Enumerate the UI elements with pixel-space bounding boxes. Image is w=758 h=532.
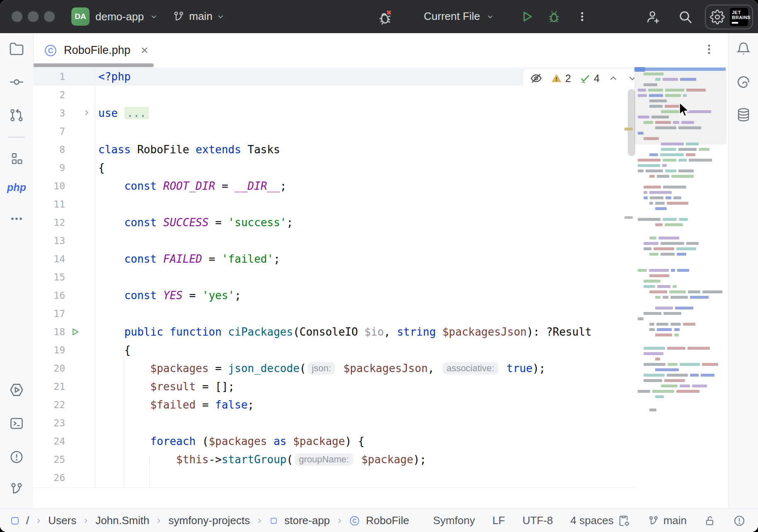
code-line[interactable]: 18 public function ciPackages(ConsoleIO …	[33, 323, 728, 341]
breadcrumb-item[interactable]: store-app	[284, 514, 330, 527]
minimap[interactable]	[634, 68, 728, 508]
run-button[interactable]	[519, 9, 534, 24]
code-line[interactable]: 17	[33, 305, 728, 323]
lock-open-icon[interactable]	[704, 515, 716, 527]
gutter-separator	[95, 68, 95, 487]
project-avatar: DA	[71, 7, 90, 26]
code-line[interactable]: 7	[33, 122, 728, 140]
code-line[interactable]: 11	[33, 195, 728, 213]
warnings-group[interactable]: 2	[551, 73, 571, 85]
code-line[interactable]: 12 const SUCCESS = 'success';	[33, 213, 728, 232]
encoding-widget[interactable]: UTF-8	[522, 514, 553, 527]
code-text: foreach ($packages as $package) {	[98, 432, 364, 450]
code-line[interactable]: 10 const ROOT_DIR = __DIR__;	[33, 177, 728, 195]
minimap-block	[649, 105, 663, 108]
passed-group[interactable]: 4	[579, 73, 600, 85]
database-tool-button[interactable]	[736, 107, 751, 122]
code-line[interactable]: 21 $result = [];	[33, 377, 728, 396]
scrollbar-warning-mark[interactable]	[624, 128, 633, 131]
inspections-widget[interactable]: 2 4	[523, 69, 644, 88]
problems-icon	[9, 450, 24, 464]
tab-robofile[interactable]: C RoboFile.php ✕	[39, 33, 154, 68]
search-everywhere-button[interactable]	[678, 9, 693, 25]
editor-scrollbar-thumb[interactable]	[628, 89, 635, 156]
ai-assistant-tool-button[interactable]	[736, 75, 751, 89]
settings-button[interactable]	[710, 10, 725, 24]
minimap-block	[702, 363, 719, 366]
problems-tool-button[interactable]	[9, 450, 24, 464]
code-text: const FAILED = 'failed';	[98, 250, 280, 268]
tab-scrollbar-thumb[interactable]	[33, 63, 154, 67]
code-line[interactable]: 14 const FAILED = 'failed';	[33, 250, 728, 268]
commit-icon	[9, 75, 24, 89]
code-line[interactable]: 20 $packages = json_decode(json: $packag…	[33, 359, 728, 377]
code-line[interactable]: 8class RoboFile extends Tasks	[33, 140, 728, 159]
indent-widget[interactable]: 4 spaces	[571, 514, 630, 527]
tab-options-button[interactable]	[703, 43, 715, 56]
profiler-disabled-button[interactable]	[377, 9, 393, 26]
folded-code[interactable]: ...	[124, 107, 149, 119]
breadcrumb-item[interactable]: Users	[48, 514, 76, 527]
pull-request-icon	[9, 108, 24, 123]
minimap-block	[652, 390, 674, 393]
minimize-window-button[interactable]	[28, 11, 39, 22]
version-control-tool-button[interactable]	[9, 481, 24, 496]
run-gutter-icon[interactable]	[70, 326, 80, 337]
code-line[interactable]: 23	[33, 414, 728, 432]
code-line[interactable]: 19 {	[33, 341, 728, 359]
highlighting-level-icon[interactable]	[530, 72, 542, 85]
framework-widget[interactable]: Symfony	[433, 514, 475, 527]
project-tool-button[interactable]	[9, 41, 24, 56]
code-line[interactable]: 9{	[33, 159, 728, 177]
more-actions-button[interactable]	[576, 11, 588, 22]
breadcrumb-item[interactable]: RoboFile	[366, 514, 409, 527]
breadcrumb-item[interactable]: John.Smith	[95, 514, 149, 527]
code-line[interactable]: 25 $this->startGroup(groupName: $package…	[33, 450, 728, 469]
services-tool-button[interactable]	[9, 382, 24, 398]
minimap-block	[655, 395, 664, 398]
structure-tool-button[interactable]	[10, 152, 24, 166]
chevron-right-icon	[155, 517, 162, 524]
code-line[interactable]: 15	[33, 268, 728, 286]
commit-tool-button[interactable]	[9, 75, 24, 89]
git-branch-widget[interactable]: main	[648, 514, 687, 527]
pull-requests-tool-button[interactable]	[9, 108, 24, 123]
code-editor[interactable]: 1<?php23use ...78class RoboFile extends …	[33, 68, 728, 508]
minimap-block	[680, 384, 690, 387]
debug-button[interactable]	[547, 9, 561, 24]
previous-problem-button[interactable]	[608, 73, 619, 84]
code-line[interactable]: 16 const YES = 'yes';	[33, 286, 728, 305]
scrollbar-mark[interactable]	[624, 216, 633, 219]
code-line[interactable]: 24 foreach ($packages as $package) {	[33, 432, 728, 450]
close-window-button[interactable]	[12, 11, 22, 22]
minimap-block	[665, 89, 684, 92]
chevron-right-icon	[256, 517, 263, 524]
project-widget[interactable]: DA demo-app	[71, 7, 158, 26]
warning-count: 2	[565, 73, 571, 85]
event-log-icon[interactable]	[733, 515, 746, 527]
breadcrumb[interactable]: / Users John.Smith symfony-projects stor…	[10, 509, 409, 532]
zoom-window-button[interactable]	[44, 11, 55, 22]
minimap-block	[686, 143, 699, 145]
close-tab-icon[interactable]: ✕	[141, 45, 149, 56]
php-label: php	[7, 181, 26, 193]
minimap-block	[644, 352, 663, 355]
code-with-me-button[interactable]	[645, 9, 661, 25]
php-tool-button[interactable]: php	[7, 181, 26, 193]
code-line[interactable]: 26	[33, 469, 728, 487]
code-line[interactable]: 13	[33, 232, 728, 250]
code-line[interactable]: 22 $failed = false;	[33, 396, 728, 414]
breadcrumb-root[interactable]: /	[26, 514, 29, 527]
breadcrumb-item[interactable]: symfony-projects	[168, 514, 250, 527]
vcs-branch-widget[interactable]: main	[172, 10, 225, 23]
more-tool-windows-button[interactable]	[10, 212, 24, 226]
line-number: 21	[33, 377, 65, 396]
line-separator-widget[interactable]: LF	[493, 514, 505, 527]
terminal-tool-button[interactable]	[9, 416, 24, 431]
code-line[interactable]: 3use ...	[33, 104, 728, 122]
minimap-block	[657, 175, 669, 178]
run-configuration-selector[interactable]: Current File	[424, 10, 494, 23]
fold-chevron-icon[interactable]	[82, 108, 91, 117]
code-line[interactable]: 2	[33, 86, 728, 104]
notifications-tool-button[interactable]	[736, 41, 751, 56]
